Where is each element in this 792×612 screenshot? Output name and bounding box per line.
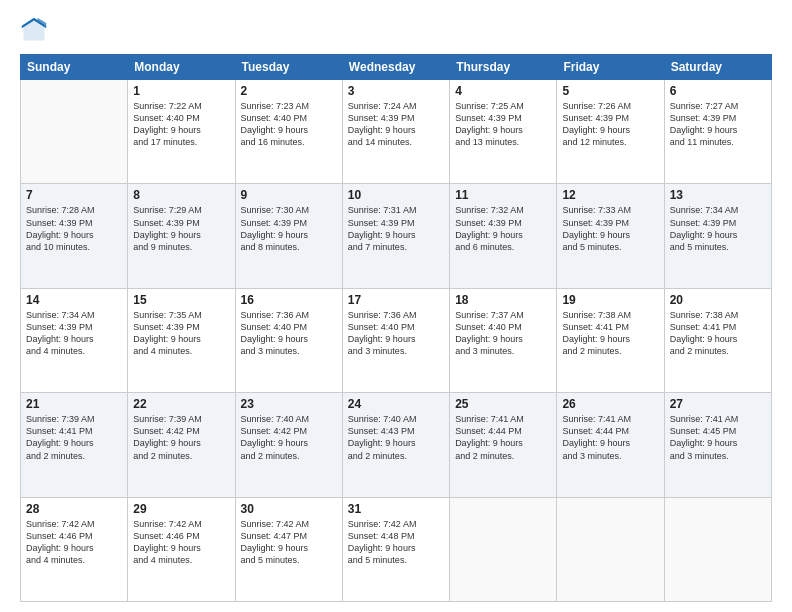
calendar-cell: 31Sunrise: 7:42 AM Sunset: 4:48 PM Dayli… — [342, 497, 449, 601]
day-number: 8 — [133, 188, 229, 202]
cell-info: Sunrise: 7:36 AM Sunset: 4:40 PM Dayligh… — [241, 309, 337, 358]
cell-info: Sunrise: 7:41 AM Sunset: 4:44 PM Dayligh… — [455, 413, 551, 462]
day-number: 5 — [562, 84, 658, 98]
calendar-week-row: 14Sunrise: 7:34 AM Sunset: 4:39 PM Dayli… — [21, 288, 772, 392]
day-number: 31 — [348, 502, 444, 516]
calendar-cell: 7Sunrise: 7:28 AM Sunset: 4:39 PM Daylig… — [21, 184, 128, 288]
day-number: 18 — [455, 293, 551, 307]
weekday-header: Sunday — [21, 55, 128, 80]
cell-info: Sunrise: 7:22 AM Sunset: 4:40 PM Dayligh… — [133, 100, 229, 149]
day-number: 23 — [241, 397, 337, 411]
calendar-header: SundayMondayTuesdayWednesdayThursdayFrid… — [21, 55, 772, 80]
day-number: 6 — [670, 84, 766, 98]
day-number: 21 — [26, 397, 122, 411]
calendar-week-row: 28Sunrise: 7:42 AM Sunset: 4:46 PM Dayli… — [21, 497, 772, 601]
calendar-cell: 19Sunrise: 7:38 AM Sunset: 4:41 PM Dayli… — [557, 288, 664, 392]
cell-info: Sunrise: 7:31 AM Sunset: 4:39 PM Dayligh… — [348, 204, 444, 253]
cell-info: Sunrise: 7:24 AM Sunset: 4:39 PM Dayligh… — [348, 100, 444, 149]
cell-info: Sunrise: 7:35 AM Sunset: 4:39 PM Dayligh… — [133, 309, 229, 358]
calendar-week-row: 1Sunrise: 7:22 AM Sunset: 4:40 PM Daylig… — [21, 80, 772, 184]
calendar-cell: 13Sunrise: 7:34 AM Sunset: 4:39 PM Dayli… — [664, 184, 771, 288]
day-number: 1 — [133, 84, 229, 98]
calendar-cell — [21, 80, 128, 184]
weekday-header: Saturday — [664, 55, 771, 80]
day-number: 7 — [26, 188, 122, 202]
cell-info: Sunrise: 7:42 AM Sunset: 4:47 PM Dayligh… — [241, 518, 337, 567]
calendar-cell: 8Sunrise: 7:29 AM Sunset: 4:39 PM Daylig… — [128, 184, 235, 288]
day-number: 14 — [26, 293, 122, 307]
calendar-week-row: 21Sunrise: 7:39 AM Sunset: 4:41 PM Dayli… — [21, 393, 772, 497]
cell-info: Sunrise: 7:26 AM Sunset: 4:39 PM Dayligh… — [562, 100, 658, 149]
calendar-cell — [557, 497, 664, 601]
cell-info: Sunrise: 7:42 AM Sunset: 4:48 PM Dayligh… — [348, 518, 444, 567]
calendar-cell: 14Sunrise: 7:34 AM Sunset: 4:39 PM Dayli… — [21, 288, 128, 392]
day-number: 29 — [133, 502, 229, 516]
day-number: 22 — [133, 397, 229, 411]
calendar-cell: 10Sunrise: 7:31 AM Sunset: 4:39 PM Dayli… — [342, 184, 449, 288]
calendar-cell: 1Sunrise: 7:22 AM Sunset: 4:40 PM Daylig… — [128, 80, 235, 184]
day-number: 15 — [133, 293, 229, 307]
cell-info: Sunrise: 7:40 AM Sunset: 4:43 PM Dayligh… — [348, 413, 444, 462]
day-number: 30 — [241, 502, 337, 516]
calendar-cell: 3Sunrise: 7:24 AM Sunset: 4:39 PM Daylig… — [342, 80, 449, 184]
cell-info: Sunrise: 7:30 AM Sunset: 4:39 PM Dayligh… — [241, 204, 337, 253]
day-number: 12 — [562, 188, 658, 202]
calendar-cell: 21Sunrise: 7:39 AM Sunset: 4:41 PM Dayli… — [21, 393, 128, 497]
day-number: 25 — [455, 397, 551, 411]
calendar-cell: 2Sunrise: 7:23 AM Sunset: 4:40 PM Daylig… — [235, 80, 342, 184]
logo-icon — [20, 16, 48, 44]
day-number: 3 — [348, 84, 444, 98]
cell-info: Sunrise: 7:36 AM Sunset: 4:40 PM Dayligh… — [348, 309, 444, 358]
calendar-cell: 22Sunrise: 7:39 AM Sunset: 4:42 PM Dayli… — [128, 393, 235, 497]
cell-info: Sunrise: 7:39 AM Sunset: 4:42 PM Dayligh… — [133, 413, 229, 462]
day-number: 20 — [670, 293, 766, 307]
cell-info: Sunrise: 7:42 AM Sunset: 4:46 PM Dayligh… — [26, 518, 122, 567]
calendar-cell: 28Sunrise: 7:42 AM Sunset: 4:46 PM Dayli… — [21, 497, 128, 601]
header-row: SundayMondayTuesdayWednesdayThursdayFrid… — [21, 55, 772, 80]
calendar-cell: 29Sunrise: 7:42 AM Sunset: 4:46 PM Dayli… — [128, 497, 235, 601]
calendar-cell: 15Sunrise: 7:35 AM Sunset: 4:39 PM Dayli… — [128, 288, 235, 392]
day-number: 9 — [241, 188, 337, 202]
calendar-cell: 18Sunrise: 7:37 AM Sunset: 4:40 PM Dayli… — [450, 288, 557, 392]
day-number: 26 — [562, 397, 658, 411]
calendar-cell: 26Sunrise: 7:41 AM Sunset: 4:44 PM Dayli… — [557, 393, 664, 497]
calendar-cell — [450, 497, 557, 601]
cell-info: Sunrise: 7:34 AM Sunset: 4:39 PM Dayligh… — [26, 309, 122, 358]
day-number: 2 — [241, 84, 337, 98]
day-number: 10 — [348, 188, 444, 202]
calendar-cell: 16Sunrise: 7:36 AM Sunset: 4:40 PM Dayli… — [235, 288, 342, 392]
weekday-header: Monday — [128, 55, 235, 80]
day-number: 24 — [348, 397, 444, 411]
cell-info: Sunrise: 7:38 AM Sunset: 4:41 PM Dayligh… — [670, 309, 766, 358]
cell-info: Sunrise: 7:41 AM Sunset: 4:45 PM Dayligh… — [670, 413, 766, 462]
calendar-week-row: 7Sunrise: 7:28 AM Sunset: 4:39 PM Daylig… — [21, 184, 772, 288]
day-number: 11 — [455, 188, 551, 202]
weekday-header: Thursday — [450, 55, 557, 80]
cell-info: Sunrise: 7:34 AM Sunset: 4:39 PM Dayligh… — [670, 204, 766, 253]
calendar-cell: 23Sunrise: 7:40 AM Sunset: 4:42 PM Dayli… — [235, 393, 342, 497]
cell-info: Sunrise: 7:27 AM Sunset: 4:39 PM Dayligh… — [670, 100, 766, 149]
calendar-cell: 25Sunrise: 7:41 AM Sunset: 4:44 PM Dayli… — [450, 393, 557, 497]
calendar-cell: 30Sunrise: 7:42 AM Sunset: 4:47 PM Dayli… — [235, 497, 342, 601]
weekday-header: Tuesday — [235, 55, 342, 80]
day-number: 17 — [348, 293, 444, 307]
calendar-cell: 27Sunrise: 7:41 AM Sunset: 4:45 PM Dayli… — [664, 393, 771, 497]
calendar-cell: 20Sunrise: 7:38 AM Sunset: 4:41 PM Dayli… — [664, 288, 771, 392]
weekday-header: Wednesday — [342, 55, 449, 80]
cell-info: Sunrise: 7:39 AM Sunset: 4:41 PM Dayligh… — [26, 413, 122, 462]
calendar-cell: 9Sunrise: 7:30 AM Sunset: 4:39 PM Daylig… — [235, 184, 342, 288]
calendar-cell: 5Sunrise: 7:26 AM Sunset: 4:39 PM Daylig… — [557, 80, 664, 184]
calendar-cell: 12Sunrise: 7:33 AM Sunset: 4:39 PM Dayli… — [557, 184, 664, 288]
cell-info: Sunrise: 7:33 AM Sunset: 4:39 PM Dayligh… — [562, 204, 658, 253]
calendar: SundayMondayTuesdayWednesdayThursdayFrid… — [20, 54, 772, 602]
cell-info: Sunrise: 7:41 AM Sunset: 4:44 PM Dayligh… — [562, 413, 658, 462]
calendar-cell: 4Sunrise: 7:25 AM Sunset: 4:39 PM Daylig… — [450, 80, 557, 184]
page: SundayMondayTuesdayWednesdayThursdayFrid… — [0, 0, 792, 612]
cell-info: Sunrise: 7:29 AM Sunset: 4:39 PM Dayligh… — [133, 204, 229, 253]
day-number: 4 — [455, 84, 551, 98]
day-number: 28 — [26, 502, 122, 516]
logo — [20, 16, 52, 44]
cell-info: Sunrise: 7:40 AM Sunset: 4:42 PM Dayligh… — [241, 413, 337, 462]
calendar-cell: 11Sunrise: 7:32 AM Sunset: 4:39 PM Dayli… — [450, 184, 557, 288]
cell-info: Sunrise: 7:32 AM Sunset: 4:39 PM Dayligh… — [455, 204, 551, 253]
